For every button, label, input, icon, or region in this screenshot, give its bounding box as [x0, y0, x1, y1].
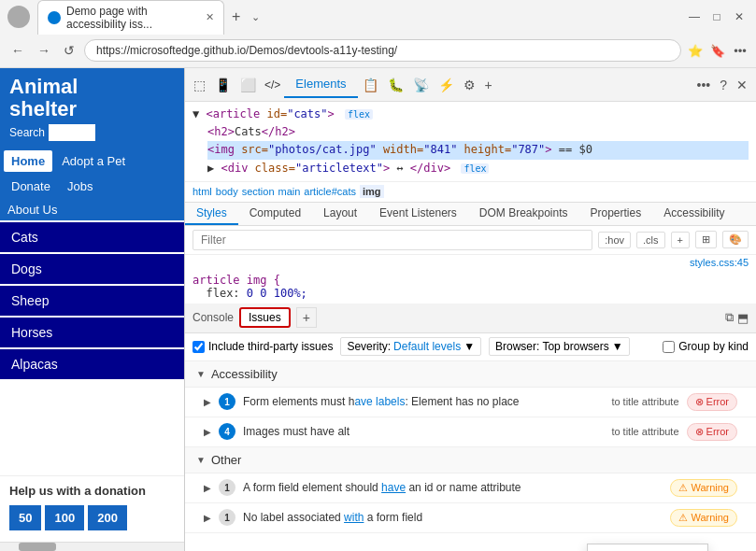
issue-form-text: Form elements must have labels: Element …	[243, 395, 604, 408]
tab-elements[interactable]: Elements	[284, 71, 357, 98]
donate-50-button[interactable]: 50	[9, 505, 41, 530]
tab-properties[interactable]: Properties	[579, 203, 653, 225]
donation-buttons: 50 100 200	[9, 505, 175, 530]
more-tabs-button[interactable]: •••	[692, 76, 715, 94]
breadcrumb-section[interactable]: section	[242, 186, 275, 197]
breadcrumb-img[interactable]: img	[360, 185, 384, 198]
horizontal-scrollbar[interactable]	[0, 542, 184, 551]
close-button[interactable]: ✕	[730, 7, 749, 26]
browser-chevron-icon: ▼	[612, 340, 623, 353]
donate-100-button[interactable]: 100	[45, 505, 84, 530]
animal-list: Cats Dogs Sheep Horses Alpacas	[0, 220, 184, 475]
breadcrumb-main[interactable]: main	[278, 186, 301, 197]
maximize-button[interactable]: □	[707, 7, 726, 26]
nav-home[interactable]: Home	[4, 150, 52, 172]
group-by-kind-label: Group by kind	[678, 340, 749, 353]
help-button[interactable]: ?	[715, 76, 732, 94]
issue-images-alt: ▶ 4 Images must have alt to title attrib…	[185, 417, 756, 447]
donate-200-button[interactable]: 200	[88, 505, 127, 530]
issue-form-elements: ▶ 1 Form elements must have labels: Elem…	[185, 388, 756, 417]
split-panel-button[interactable]: ⧉	[725, 310, 734, 325]
favorites-icon[interactable]: 🔖	[709, 42, 726, 59]
nav-about[interactable]: About Us	[7, 203, 57, 217]
console-icon-btn[interactable]: 📋	[358, 76, 383, 94]
tree-h2: <h2>Cats</h2>	[207, 123, 749, 141]
severity-label: Severity:	[347, 340, 391, 353]
collections-icon[interactable]: ⭐	[687, 42, 704, 59]
search-input[interactable]	[49, 124, 95, 141]
active-tab[interactable]: Demo page with accessibility iss... ✕	[37, 0, 224, 35]
tree-img[interactable]: <img src="photos/cat.jpg" width="841" he…	[207, 141, 749, 159]
tab-layout[interactable]: Layout	[312, 203, 368, 225]
nav-jobs[interactable]: Jobs	[60, 176, 100, 197]
tab-event-listeners[interactable]: Event Listeners	[368, 203, 468, 225]
tab-list-button[interactable]: ⌄	[248, 9, 264, 25]
close-devtools-button[interactable]: ✕	[732, 76, 752, 94]
dock-button[interactable]: ⬒	[737, 310, 749, 325]
address-input[interactable]	[84, 39, 681, 62]
issue-no-label-text: No label associated with a form field	[243, 511, 663, 524]
tab-dom-breakpoints[interactable]: DOM Breakpoints	[468, 203, 579, 225]
minimize-button[interactable]: —	[685, 7, 704, 26]
new-tab-button[interactable]: +	[224, 7, 248, 27]
issue-expand-icon-2[interactable]: ▶	[204, 427, 211, 437]
animal-sheep[interactable]: Sheep	[0, 286, 184, 316]
issue-title-attr-2: to title attribute	[611, 426, 678, 437]
styles-css-link[interactable]: styles.css:45	[690, 257, 749, 268]
inspect-element-button[interactable]: ⬚	[189, 76, 210, 94]
search-area: Search	[9, 124, 95, 141]
animal-dogs[interactable]: Dogs	[0, 254, 184, 284]
issues-tab-button[interactable]: Issues	[239, 307, 291, 328]
elements-icon[interactable]: ⬜	[235, 76, 261, 94]
back-button[interactable]: ←	[7, 41, 28, 60]
add-tab-button[interactable]: +	[480, 76, 497, 94]
animal-cats[interactable]: Cats	[0, 222, 184, 252]
nav-adopt[interactable]: Adopt a Pet	[54, 150, 133, 172]
refresh-button[interactable]: ↺	[60, 41, 78, 60]
add-panel-button[interactable]: +	[296, 307, 317, 328]
issues-actions: ⧉ ⬒	[725, 310, 749, 325]
tab-close-button[interactable]: ✕	[206, 11, 214, 23]
more-tools-icon[interactable]: •••	[732, 42, 749, 59]
breadcrumb-body[interactable]: body	[216, 186, 238, 197]
forward-button[interactable]: →	[34, 41, 54, 60]
browser-dropdown[interactable]: Browser: Top browsers ▼	[489, 337, 630, 356]
group-by-kind-checkbox[interactable]	[663, 341, 675, 353]
hov-filter-button[interactable]: :hov	[598, 232, 631, 248]
settings-icon-btn[interactable]: ⚙	[459, 76, 480, 94]
error-icon-2: ⊗	[695, 426, 704, 438]
sources-icon-btn[interactable]: 🐛	[383, 76, 408, 94]
issue-expand-icon-4[interactable]: ▶	[204, 513, 211, 523]
issue-expand-icon[interactable]: ▶	[204, 397, 211, 407]
breadcrumb-article[interactable]: article#cats	[304, 186, 356, 197]
breadcrumb-html[interactable]: html	[193, 186, 212, 197]
severity-dropdown[interactable]: Severity: Default levels ▼	[340, 337, 481, 356]
computed-toggle-button[interactable]: ⊞	[695, 231, 717, 248]
accessibility-section-header[interactable]: ▼ Accessibility	[185, 361, 756, 388]
third-party-checkbox[interactable]	[193, 341, 205, 353]
performance-icon-btn[interactable]: ⚡	[434, 76, 459, 94]
donation-title: Help us with a donation	[9, 484, 175, 500]
address-icons: ⭐ 🔖 •••	[687, 42, 749, 59]
animal-horses[interactable]: Horses	[0, 318, 184, 347]
window-controls: — □ ✕	[685, 7, 749, 26]
nav-donate[interactable]: Donate	[4, 176, 58, 197]
about-row: About Us	[0, 199, 184, 220]
filter-row: :hov .cls + ⊞ 🎨	[185, 226, 756, 255]
cls-filter-button[interactable]: .cls	[636, 232, 665, 248]
add-style-button[interactable]: +	[671, 232, 690, 248]
other-section-header[interactable]: ▼ Other	[185, 447, 756, 473]
tab-styles[interactable]: Styles	[185, 203, 238, 225]
severity-dropdown-menu: Default Tips Info ✓ Warnings ✓ Errors	[587, 544, 708, 551]
tab-computed[interactable]: Computed	[238, 203, 312, 225]
color-palette-button[interactable]: 🎨	[722, 231, 749, 248]
network-icon-btn[interactable]: 📡	[408, 76, 434, 94]
dropdown-item-default[interactable]: Default	[588, 544, 707, 551]
issue-form-id: ▶ 1 A form field element should have an …	[185, 473, 756, 503]
animal-alpacas[interactable]: Alpacas	[0, 349, 184, 379]
device-toolbar-button[interactable]: 📱	[210, 76, 235, 94]
tab-accessibility[interactable]: Accessibility	[652, 203, 735, 225]
issue-expand-icon-3[interactable]: ▶	[204, 483, 211, 493]
filter-input[interactable]	[193, 230, 592, 250]
breadcrumb: html body section main article#cats img	[185, 182, 756, 203]
